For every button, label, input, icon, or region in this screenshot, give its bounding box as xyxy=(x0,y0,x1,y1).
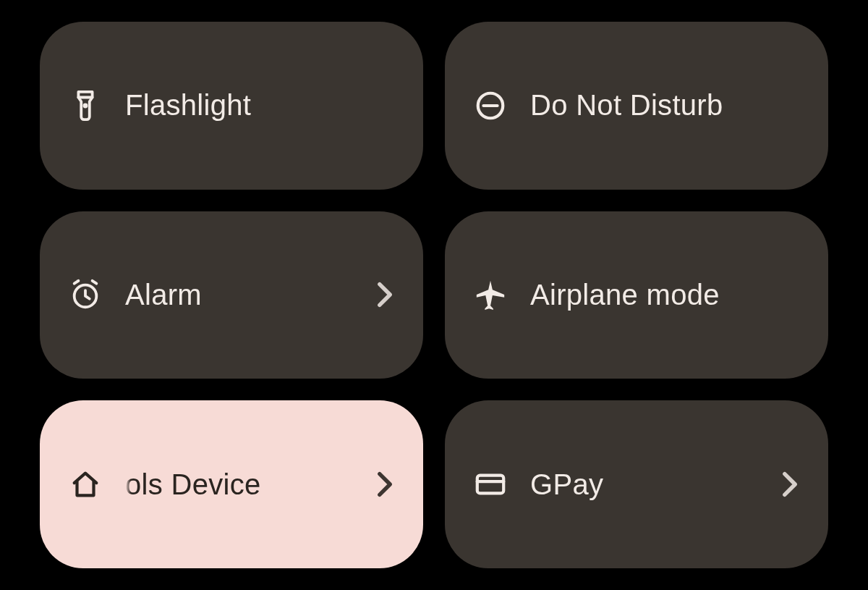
chevron-right-icon xyxy=(782,471,798,497)
tile-label: Do Not Disturb xyxy=(530,89,799,122)
tile-label: Flashlight xyxy=(125,89,394,122)
tile-airplane[interactable]: Airplane mode xyxy=(445,211,828,379)
flashlight-icon xyxy=(69,89,102,122)
svg-line-5 xyxy=(75,281,79,284)
tile-gpay[interactable]: GPay xyxy=(445,400,828,568)
home-icon xyxy=(69,468,102,501)
tile-alarm[interactable]: Alarm xyxy=(40,211,423,379)
tile-label: Alarm xyxy=(125,279,394,311)
chevron-right-icon xyxy=(377,471,393,497)
svg-point-1 xyxy=(84,104,86,106)
tile-flashlight[interactable]: Flashlight xyxy=(40,22,423,190)
airplane-icon xyxy=(474,278,507,311)
tile-dnd[interactable]: Do Not Disturb xyxy=(445,22,828,190)
tile-label: GPay xyxy=(530,468,799,501)
tile-label: ols Device xyxy=(125,468,394,501)
tile-device-controls[interactable]: ols Device xyxy=(40,400,423,568)
card-icon xyxy=(474,468,507,501)
chevron-right-icon xyxy=(377,282,393,308)
tile-label: Airplane mode xyxy=(530,279,799,311)
svg-line-6 xyxy=(93,281,97,284)
svg-rect-7 xyxy=(477,476,503,494)
dnd-icon xyxy=(474,89,507,122)
quick-settings-grid: Flashlight Do Not Disturb Alarm xyxy=(0,0,868,590)
alarm-icon xyxy=(69,278,102,311)
